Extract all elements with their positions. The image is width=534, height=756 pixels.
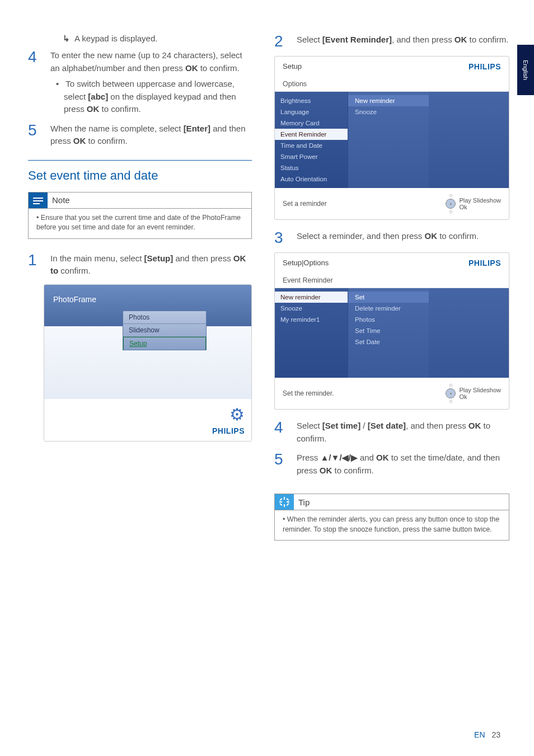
step-number: 4 xyxy=(28,49,50,116)
ss-footer-hint: Set the reminder. xyxy=(283,389,334,397)
svg-rect-2 xyxy=(33,203,40,204)
step-number: 3 xyxy=(274,230,297,246)
opt-time-date[interactable]: Time and Date xyxy=(275,140,348,151)
step-number: 2 xyxy=(274,34,297,49)
opt-language[interactable]: Language xyxy=(275,106,348,118)
ss-subtitle: Options xyxy=(275,77,509,92)
pf-menu-setup[interactable]: Setup xyxy=(123,337,206,350)
right-column: 2 Select [Event Reminder], and then pres… xyxy=(274,34,509,554)
step-number: 4 xyxy=(274,420,297,445)
step-number: 5 xyxy=(28,123,50,148)
nav-icons: ○•○ Play SlideshowOk xyxy=(446,192,501,215)
ss-subtitle: Event Reminder xyxy=(275,273,509,288)
note-body: Ensure that you set the current time and… xyxy=(34,213,246,233)
rem-snooze[interactable]: Snooze xyxy=(275,303,348,314)
act-delete[interactable]: Delete reminder xyxy=(348,303,429,314)
page-footer: EN 23 xyxy=(474,730,500,739)
opt-smart-power[interactable]: Smart Power xyxy=(275,151,348,162)
svg-rect-10 xyxy=(287,498,289,501)
result-text: A keypad is displayed. xyxy=(74,34,157,44)
svg-rect-5 xyxy=(279,501,282,503)
step-4: 4 To enter the new name (up to 24 charac… xyxy=(28,49,252,116)
ss-breadcrumb: Setup xyxy=(283,62,302,71)
sub-new-reminder[interactable]: New reminder xyxy=(348,95,429,106)
ss-right-panel: Set Delete reminder Photos Set Time Set … xyxy=(348,288,429,378)
nav-icons: ○•○ Play SlideshowOk xyxy=(446,382,501,405)
step-5r: 5 Press ▲/▼/◀/▶ and OK to set the time/d… xyxy=(274,452,509,477)
pf-menu-slideshow[interactable]: Slideshow xyxy=(123,324,206,337)
note-callout: Note Ensure that you set the current tim… xyxy=(28,192,252,239)
note-icon xyxy=(29,192,48,208)
result-arrow-icon: ↳ xyxy=(63,34,70,44)
note-title: Note xyxy=(48,194,74,206)
footer-lang: EN xyxy=(474,730,485,739)
svg-rect-6 xyxy=(287,501,289,503)
svg-rect-1 xyxy=(33,200,43,201)
pf-menu-photos[interactable]: Photos xyxy=(123,311,206,324)
left-column: ↳ A keypad is displayed. 4 To enter the … xyxy=(28,34,252,554)
pf-main-menu: Photos Slideshow Setup xyxy=(123,311,207,350)
tip-title: Tip xyxy=(294,496,314,508)
gear-icon: ⚙ xyxy=(229,405,245,424)
opt-event-reminder[interactable]: Event Reminder xyxy=(275,129,348,140)
step-1: 1 In the main menu, select [Setup] and t… xyxy=(28,252,252,278)
ss-breadcrumb: Setup|Options xyxy=(283,259,329,267)
philips-logo: PHILIPS xyxy=(469,62,501,71)
section-heading: Set event time and date xyxy=(28,160,252,183)
svg-rect-3 xyxy=(284,497,285,500)
act-photos[interactable]: Photos xyxy=(348,314,429,325)
act-set-date[interactable]: Set Date xyxy=(348,336,429,348)
opt-status[interactable]: Status xyxy=(275,162,348,173)
svg-rect-4 xyxy=(284,504,285,507)
ss-left-panel: Brightness Language Memory Card Event Re… xyxy=(275,92,348,188)
svg-rect-8 xyxy=(287,503,289,506)
opt-memory-card[interactable]: Memory Card xyxy=(275,118,348,129)
ss-right-panel: New reminder Snooze xyxy=(348,92,429,188)
screenshot-setup-options: Setup PHILIPS Options Brightness Languag… xyxy=(274,56,509,220)
tip-callout: Tip When the reminder alerts, you can pr… xyxy=(274,494,509,541)
opt-auto-orientation[interactable]: Auto Orientation xyxy=(275,173,348,185)
tip-icon xyxy=(275,494,294,510)
screenshot-photoframe: PhotoFrame Photos Slideshow Setup ⚙ PHIL… xyxy=(44,284,252,442)
philips-logo: PHILIPS xyxy=(469,259,501,267)
step-3: 3 Select a reminder, and then press OK t… xyxy=(274,230,509,246)
language-tab: English xyxy=(517,45,534,95)
sub-bullet: To switch between uppercase and lowercas… xyxy=(50,78,252,116)
svg-rect-7 xyxy=(280,498,283,501)
step-5: 5 When the name is complete, select [Ent… xyxy=(28,123,252,148)
rem-my1[interactable]: My reminder1 xyxy=(275,314,348,325)
screenshot-event-reminder: Setup|Options PHILIPS Event Reminder New… xyxy=(274,252,509,410)
svg-rect-0 xyxy=(33,198,43,199)
step-4r: 4 Select [Set time] / [Set date], and th… xyxy=(274,420,509,445)
act-set-time[interactable]: Set Time xyxy=(348,325,429,336)
sub-snooze[interactable]: Snooze xyxy=(348,106,429,118)
step-number: 1 xyxy=(28,252,50,278)
result-line: ↳ A keypad is displayed. xyxy=(28,34,252,44)
act-set[interactable]: Set xyxy=(348,292,429,303)
rem-new[interactable]: New reminder xyxy=(275,292,348,303)
philips-logo: PHILIPS xyxy=(212,426,245,435)
ss-left-panel: New reminder Snooze My reminder1 xyxy=(275,288,348,378)
step-number: 5 xyxy=(274,452,297,477)
svg-rect-9 xyxy=(280,503,283,506)
ss-footer-hint: Set a reminder xyxy=(283,200,327,208)
footer-page-number: 23 xyxy=(491,730,500,739)
tip-body: When the reminder alerts, you can press … xyxy=(280,515,503,534)
opt-brightness[interactable]: Brightness xyxy=(275,95,348,106)
step-2: 2 Select [Event Reminder], and then pres… xyxy=(274,34,509,49)
